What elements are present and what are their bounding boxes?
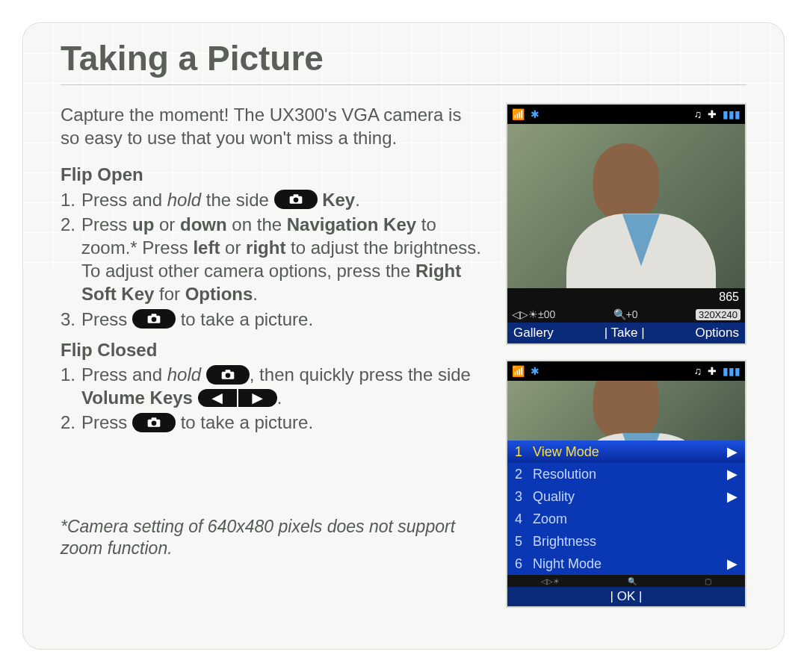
svg-rect-1 — [293, 195, 298, 197]
softkey-bar: Gallery | Take | Options — [507, 323, 745, 343]
step-number: 2. — [61, 213, 77, 306]
menu-item-label: Quality — [533, 489, 575, 505]
music-icon: ♫ — [694, 108, 702, 120]
svg-point-8 — [225, 373, 230, 378]
camera-settings-strip: ◁▷☀🔍▢ — [507, 575, 745, 587]
flip-closed-step-2: 2. Press to take a picture. — [61, 411, 485, 434]
svg-rect-7 — [225, 370, 230, 372]
photo-counter-bar: 865 — [507, 288, 745, 306]
phone-screenshot-options: 📶 ✱ ♫ ✚ ▮▮▮ 1View Mode▶2Resolution▶ — [506, 360, 746, 608]
chevron-right-icon: ▶ — [727, 444, 738, 460]
chevron-right-icon: ▶ — [727, 488, 738, 505]
camera-key-icon — [132, 309, 176, 329]
menu-item-resolution[interactable]: 2Resolution▶ — [507, 463, 745, 485]
softkey-center[interactable]: | Take | — [605, 326, 645, 340]
flip-open-step-3: 3. Press to take a picture. — [61, 308, 485, 331]
battery-icon: ▮▮▮ — [723, 365, 740, 377]
status-bar: 📶 ✱ ♫ ✚ ▮▮▮ — [507, 361, 745, 381]
step-text: Press to take a picture. — [81, 411, 313, 434]
menu-item-label: View Mode — [533, 444, 599, 460]
flip-open-steps: 1. Press and hold the side Key. 2. Press… — [61, 188, 485, 331]
menu-item-label: Night Mode — [533, 556, 602, 572]
menu-item-label: Brightness — [533, 534, 596, 550]
bluetooth-icon: ✱ — [531, 108, 539, 120]
menu-item-brightness[interactable]: 5Brightness — [507, 530, 745, 553]
page-title: Taking a Picture — [61, 38, 746, 78]
charge-icon: ✚ — [708, 108, 717, 120]
camera-preview — [507, 124, 745, 288]
manual-page: Taking a Picture Capture the moment! The… — [22, 22, 785, 650]
menu-item-number: 5 — [515, 534, 522, 550]
signal-icon: 📶 — [512, 108, 525, 120]
options-menu: 1View Mode▶2Resolution▶3Quality▶4Zoom5Br… — [507, 441, 745, 575]
volume-right-icon: ► — [238, 389, 277, 407]
menu-item-zoom[interactable]: 4Zoom — [507, 508, 745, 530]
menu-item-number: 1 — [515, 444, 522, 460]
svg-point-2 — [293, 198, 298, 203]
music-icon: ♫ — [694, 365, 702, 377]
battery-icon: ▮▮▮ — [723, 108, 740, 120]
title-divider — [61, 84, 746, 85]
menu-item-label: Resolution — [533, 467, 596, 482]
step-text: Press and hold , then quickly press the … — [81, 363, 485, 409]
step-text: Press and hold the side Key. — [81, 188, 360, 211]
signal-icon: 📶 — [512, 365, 525, 377]
camera-settings-bar: ◁▷☀±00 🔍+0 320X240 — [507, 306, 745, 323]
menu-item-view-mode[interactable]: 1View Mode▶ — [507, 441, 745, 463]
status-bar: 📶 ✱ ♫ ✚ ▮▮▮ — [507, 105, 745, 124]
flip-open-step-1: 1. Press and hold the side Key. — [61, 188, 485, 211]
step-text: Press up or down on the Navigation Key t… — [81, 213, 485, 306]
footnote: *Camera setting of 640x480 pixels does n… — [61, 516, 485, 559]
menu-item-number: 6 — [515, 556, 522, 572]
brightness-indicator: ◁▷☀±00 — [512, 308, 555, 320]
screenshots-column: 📶 ✱ ♫ ✚ ▮▮▮ 865 — [506, 103, 746, 608]
step-text: Press to take a picture. — [81, 308, 313, 331]
softkey-left[interactable]: Gallery — [513, 326, 554, 340]
bluetooth-icon: ✱ — [531, 365, 539, 377]
charge-icon: ✚ — [708, 365, 717, 377]
chevron-right-icon: ▶ — [727, 556, 738, 572]
menu-item-number: 2 — [515, 467, 522, 482]
resolution-indicator: 320X240 — [696, 309, 740, 320]
step-number: 1. — [61, 363, 77, 409]
intro-text: Capture the moment! The UX300's VGA came… — [61, 103, 485, 149]
svg-point-11 — [152, 420, 157, 426]
ok-softkey-bar: | OK | — [507, 587, 745, 606]
flip-open-heading: Flip Open — [61, 163, 485, 186]
softkey-right[interactable]: Options — [695, 326, 739, 340]
svg-rect-4 — [152, 314, 157, 316]
volume-keys-icon: ◄► — [198, 389, 277, 407]
flip-closed-steps: 1. Press and hold , then quickly press t… — [61, 363, 485, 435]
menu-item-night-mode[interactable]: 6Night Mode▶ — [507, 553, 745, 575]
menu-item-number: 3 — [515, 489, 522, 505]
instructions-column: Capture the moment! The UX300's VGA came… — [61, 103, 485, 608]
step-number: 2. — [61, 411, 77, 434]
svg-point-5 — [152, 317, 157, 323]
flip-closed-step-1: 1. Press and hold , then quickly press t… — [61, 363, 485, 409]
flip-open-step-2: 2. Press up or down on the Navigation Ke… — [61, 213, 485, 306]
step-number: 1. — [61, 188, 77, 211]
camera-key-icon — [132, 413, 176, 432]
phone-screenshot-camera: 📶 ✱ ♫ ✚ ▮▮▮ 865 — [506, 103, 746, 345]
chevron-right-icon: ▶ — [727, 466, 738, 482]
camera-preview-small — [507, 381, 745, 441]
photo-counter: 865 — [719, 290, 739, 304]
content-row: Capture the moment! The UX300's VGA came… — [61, 103, 746, 608]
camera-key-icon — [206, 365, 250, 385]
svg-rect-10 — [152, 417, 157, 420]
zoom-indicator: 🔍+0 — [613, 308, 638, 320]
step-number: 3. — [61, 308, 77, 331]
menu-item-quality[interactable]: 3Quality▶ — [507, 485, 745, 508]
menu-item-number: 4 — [515, 511, 522, 527]
softkey-ok[interactable]: | OK | — [610, 589, 643, 604]
menu-item-label: Zoom — [533, 511, 567, 527]
volume-left-icon: ◄ — [198, 389, 237, 407]
flip-closed-heading: Flip Closed — [61, 338, 485, 361]
camera-key-icon — [274, 190, 318, 209]
